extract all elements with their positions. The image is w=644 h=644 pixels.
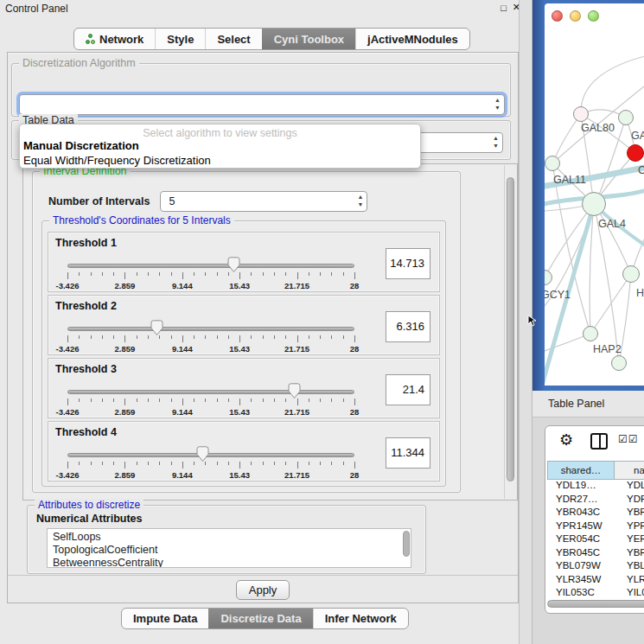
cell-shared-name: YLR345W	[547, 574, 615, 588]
threshold-row-4: Threshold 4-3.4262.8599.14415.4321.71528…	[48, 421, 440, 481]
threshold-value-field[interactable]: 11.344	[386, 437, 430, 469]
threshold-slider[interactable]: -3.4262.8599.14415.4321.71528	[67, 386, 354, 412]
table-row[interactable]: YIL053CYIL0	[547, 587, 644, 596]
slider-thumb-icon[interactable]	[288, 383, 301, 399]
attribute-list-item[interactable]: BetweennessCentrality	[53, 557, 411, 568]
checkbox-icons[interactable]: ☑☑	[618, 433, 639, 445]
settings-vertical-scrollbar[interactable]	[504, 165, 516, 499]
top-tab-bar: NetworkStyleSelectCyni ToolboxjActiveMNo…	[73, 28, 470, 50]
table-row[interactable]: YPR145WYPR1	[547, 520, 644, 534]
tab-discretize-data[interactable]: Discretize Data	[208, 609, 312, 628]
slider-thumb-icon[interactable]	[196, 446, 209, 462]
threshold-value-field[interactable]: 21.4	[386, 374, 430, 405]
table-row[interactable]: YBR045CYBR0	[547, 547, 644, 561]
tab-network[interactable]: Network	[74, 29, 155, 49]
tab-style[interactable]: Style	[155, 29, 205, 49]
gear-icon[interactable]: ⚙	[559, 430, 573, 450]
combo-stepper-icon: ▲▼	[494, 96, 501, 112]
network-node-h[interactable]	[622, 265, 640, 283]
table-rows: YDL19…YDL1YDR27…YDR2YBR043CYBR0YPR145WYP…	[547, 480, 644, 596]
network-icon	[86, 34, 95, 45]
cell-name: YPR1	[615, 520, 644, 534]
threshold-slider[interactable]: -3.4262.8599.14415.4321.71528	[67, 450, 354, 475]
mouse-cursor-icon	[527, 315, 538, 327]
network-node-c[interactable]	[627, 144, 644, 162]
tab-jactivemnodules[interactable]: jActiveMNodules	[355, 29, 469, 49]
slider-track[interactable]	[67, 327, 354, 331]
column-header-shared[interactable]: shared…	[547, 461, 615, 480]
network-node-ga[interactable]	[618, 110, 634, 125]
threshold-slider[interactable]: -3.4262.8599.14415.4321.71528	[67, 260, 354, 286]
attributes-legend: Attributes to discretize	[35, 499, 143, 511]
table-row[interactable]: YLR345WYLR3	[547, 574, 644, 588]
attribute-list-item[interactable]: SelfLoops	[53, 531, 411, 544]
tab-label: Select	[217, 33, 250, 46]
thresholds-legend: Threshold's Coordinates for 5 Intervals	[49, 214, 234, 226]
tab-select[interactable]: Select	[205, 29, 261, 49]
apply-button[interactable]: Apply	[236, 580, 290, 600]
tab-impute-data[interactable]: Impute Data	[122, 609, 208, 628]
slider-tick-labels: -3.4262.8599.14415.4321.71528	[67, 407, 354, 417]
network-node-hap2[interactable]	[583, 326, 598, 341]
table-row[interactable]: YDL19…YDL1	[547, 480, 644, 494]
threshold-value-field[interactable]: 14.713	[386, 248, 430, 279]
algorithm-combobox[interactable]: ▲▼	[19, 94, 505, 115]
slider-track[interactable]	[67, 264, 354, 268]
threshold-value-field[interactable]: 6.316	[386, 311, 430, 342]
cyni-toolbox-panel: Discretization Algorithm ▲▼ Select algor…	[7, 52, 519, 603]
table-row[interactable]: YBL079WYBL0	[547, 560, 644, 574]
network-node-gal11[interactable]	[545, 156, 560, 171]
cell-name: YBL0	[615, 560, 644, 574]
cell-name: YDR2	[615, 494, 644, 507]
table-row[interactable]: YER054CYER0	[547, 533, 644, 547]
cell-shared-name: YBR045C	[547, 547, 615, 561]
slider-thumb-icon[interactable]	[227, 257, 240, 273]
column-header-name[interactable]: na	[615, 461, 644, 480]
slider-thumb-icon[interactable]	[150, 320, 163, 336]
table-row[interactable]: YBR043CYBR0	[547, 507, 644, 520]
control-panel-titlebar: Control Panel □ ✕	[0, 0, 529, 17]
tab-label: Discretize Data	[220, 612, 301, 625]
network-node-gal4[interactable]	[582, 192, 606, 216]
window-traffic-lights	[552, 10, 599, 22]
cytoscape-desktop: GAL80GACGAL11GAL4GCY1HHAP2	[532, 0, 644, 391]
dropdown-options: Manual DiscretizationEqual Width/Frequen…	[20, 139, 420, 168]
threshold-row-1: Threshold 1-3.4262.8599.14415.4321.71528…	[48, 232, 440, 292]
tab-label: Infer Network	[325, 612, 397, 625]
table-row[interactable]: YDR27…YDR2	[547, 494, 644, 507]
threshold-slider[interactable]: -3.4262.8599.14415.4321.71528	[67, 323, 354, 349]
numerical-attributes-list[interactable]: SelfLoopsTopologicalCoefficientBetweenne…	[47, 528, 411, 568]
columns-icon[interactable]	[590, 433, 608, 450]
dropdown-option[interactable]: Manual Discretization	[20, 139, 420, 154]
node-label: GA	[631, 130, 644, 142]
minimize-traffic-light-icon[interactable]	[570, 10, 581, 22]
table-horizontal-scrollbar[interactable]	[547, 600, 644, 609]
slider-track[interactable]	[67, 453, 354, 457]
slider-ticks	[67, 335, 354, 343]
tab-infer-network[interactable]: Infer Network	[313, 609, 408, 628]
algorithm-dropdown-popup: Select algorithm to view settings Manual…	[19, 124, 421, 169]
network-node[interactable]	[611, 355, 627, 371]
node-label: H	[636, 287, 644, 299]
attributes-group: Attributes to discretize Numerical Attri…	[27, 505, 426, 574]
list-scrollbar-thumb[interactable]	[403, 531, 410, 557]
float-window-icon[interactable]: □	[501, 3, 507, 13]
zoom-traffic-light-icon[interactable]	[588, 10, 599, 22]
dropdown-placeholder: Select algorithm to view settings	[20, 127, 420, 139]
scrollbar-thumb[interactable]	[507, 177, 514, 481]
network-view-window[interactable]: GAL80GACGAL11GAL4GCY1HHAP2	[545, 3, 644, 386]
dropdown-option[interactable]: Equal Width/Frequency Discretization	[20, 154, 420, 169]
slider-track[interactable]	[67, 390, 354, 394]
table-header-row: shared… na	[547, 461, 644, 480]
cell-name: YIL0	[615, 587, 644, 596]
close-traffic-light-icon[interactable]	[552, 10, 563, 22]
tab-label: Cyni Toolbox	[274, 33, 344, 46]
threshold-label: Threshold 2	[55, 300, 117, 312]
table-panel-card: ⚙ ☑☑ shared… na YDL19…YDL1YDR27…YDR2YBR0…	[545, 425, 644, 614]
attribute-list-item[interactable]: TopologicalCoefficient	[53, 544, 411, 557]
number-of-intervals-combobox[interactable]: 5 ▲▼	[160, 191, 367, 212]
network-node-gal80[interactable]	[573, 106, 589, 122]
tab-label: Style	[167, 33, 194, 46]
number-of-intervals-label: Number of Intervals	[48, 195, 150, 207]
tab-cyni-toolbox[interactable]: Cyni Toolbox	[262, 29, 355, 49]
